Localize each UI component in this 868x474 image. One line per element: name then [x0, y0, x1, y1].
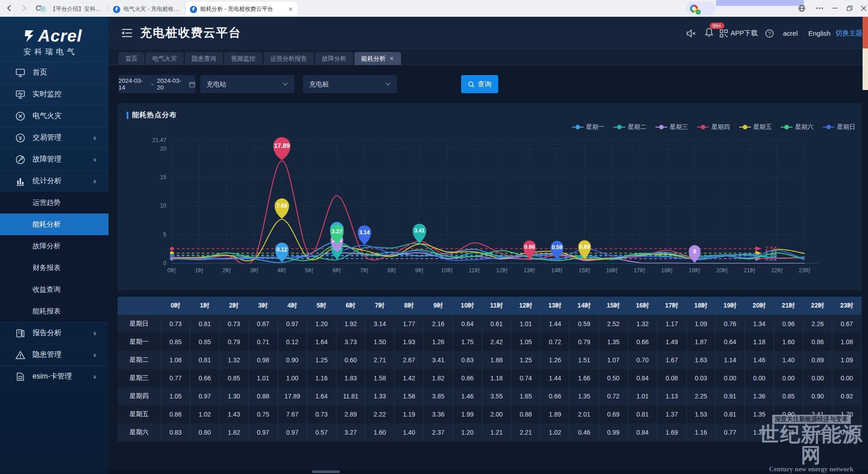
window-restore-icon[interactable] — [843, 3, 856, 14]
table-cell: 1.19 — [395, 405, 424, 423]
browser-menu-icon[interactable] — [813, 3, 826, 14]
page-tab-视频监控[interactable]: 视频监控 — [224, 52, 262, 65]
browser-tab[interactable]: 能耗分析 - 充电桩收费云平台✕ — [185, 2, 297, 17]
svg-text:0.12: 0.12 — [277, 246, 288, 253]
browser-tab[interactable]: 【平台介绍】安科瑞AcrelCloud-9 — [35, 2, 108, 17]
browser-extension-pill[interactable] — [686, 1, 716, 15]
table-col-header: 8时 — [395, 297, 424, 315]
notification-bell[interactable]: 99+ — [704, 17, 714, 50]
globe-icon[interactable] — [795, 3, 808, 14]
table-cell: 0.97 — [278, 423, 307, 441]
browser-tab[interactable]: 电气火灾 - 充电桩收费云平台 — [108, 2, 184, 17]
legend-item-星期一[interactable]: 星期一 — [572, 123, 605, 131]
sidebar-item-1[interactable]: 首页 — [0, 62, 108, 83]
sidebar-item-6[interactable]: 统计分析∧ — [0, 170, 108, 192]
browser-forward-icon[interactable] — [18, 2, 30, 14]
svg-text:7时: 7时 — [360, 267, 368, 274]
svg-text:?: ? — [768, 31, 771, 36]
sidebar-subitem-能耗分析[interactable]: 能耗分析 — [0, 213, 108, 235]
theme-toggle-link[interactable]: 切换主题 — [835, 17, 863, 50]
table-col-header: 23时 — [832, 297, 862, 315]
table-cell: 7.67 — [278, 405, 307, 423]
browser-back-icon[interactable] — [4, 2, 15, 14]
table-cell: 2.71 — [365, 351, 395, 369]
menu-fold-icon[interactable] — [121, 28, 133, 38]
mute-icon[interactable] — [686, 17, 696, 50]
sidebar-item-8[interactable]: 隐患管理∨ — [0, 344, 108, 365]
sidebar-item-2[interactable]: 实时监控 — [0, 83, 108, 105]
table-cell: 1.01 — [249, 369, 278, 387]
vertical-scrollbar-thumb[interactable] — [863, 48, 868, 90]
table-cell: 1.37 — [657, 405, 687, 423]
legend-item-星期六[interactable]: 星期六 — [781, 123, 814, 131]
legend-item-星期五[interactable]: 星期五 — [739, 123, 772, 131]
page-tab-label: 电气火灾 — [152, 55, 177, 63]
svg-text:0.66: 0.66 — [524, 244, 535, 250]
sidebar-item-9[interactable]: esim-卡管理∨ — [0, 365, 108, 387]
sidebar-item-5[interactable]: 故障管理∨ — [0, 148, 108, 170]
svg-text:6时: 6时 — [332, 267, 341, 274]
table-cell: 0.90 — [278, 351, 307, 369]
sidebar-subitem-财务报表[interactable]: 财务报表 — [0, 257, 108, 279]
page-tab-运营分析报告[interactable]: 运营分析报告 — [264, 52, 314, 65]
marker-pin-星期四-17.89: 17.89 — [273, 137, 290, 160]
table-cell: 3.73 — [336, 333, 365, 351]
legend-item-星期四[interactable]: 星期四 — [697, 123, 730, 131]
window-minimize-icon[interactable] — [828, 3, 842, 14]
page-tab-电气火灾[interactable]: 电气火灾 — [146, 52, 184, 65]
sidebar-subitem-能耗报表[interactable]: 能耗报表 — [0, 300, 108, 322]
marker-pin-星期日-0.59: 0.59 — [551, 241, 563, 260]
table-cell: 0.85 — [219, 369, 249, 387]
chevron-down-icon: ∨ — [93, 156, 97, 163]
query-button[interactable]: 查询 — [461, 75, 498, 93]
table-cell: 0.00 — [774, 369, 803, 387]
table-col-header: 0时 — [161, 297, 190, 315]
legend-item-星期三[interactable]: 星期三 — [656, 123, 689, 131]
table-cell: 1.64 — [307, 387, 336, 405]
table-cell: 0.70 — [628, 351, 657, 369]
table-cell: 0.87 — [249, 315, 278, 333]
sidebar-subitem-故障分析[interactable]: 故障分析 — [0, 235, 108, 257]
table-cell: 0.97 — [190, 387, 220, 405]
svg-text:3.27: 3.27 — [332, 228, 343, 235]
station-select[interactable]: 充电站 — [200, 75, 294, 93]
page-tab-首页[interactable]: 首页 — [118, 52, 144, 65]
page-tab-隐患查询[interactable]: 隐患查询 — [185, 52, 223, 65]
legend-marker — [781, 125, 793, 129]
window-close-icon[interactable] — [857, 3, 868, 14]
table-cell: 0.99 — [599, 423, 628, 441]
table-cell: 2.25 — [686, 387, 716, 405]
sidebar-item-7[interactable]: 报告分析∨ — [0, 322, 108, 344]
legend-item-星期日[interactable]: 星期日 — [823, 123, 856, 131]
table-cell: 0.81 — [190, 351, 220, 369]
page-tab-label: 隐患查询 — [192, 55, 216, 63]
table-cell: 1.40 — [395, 423, 424, 441]
date-range-picker[interactable]: 2024-03-14 ~ 2024-03-20 — [118, 75, 195, 93]
svg-text:13时: 13时 — [524, 267, 535, 274]
sidebar-subitem-收益查询[interactable]: 收益查询 — [0, 279, 108, 300]
username[interactable]: acrel — [783, 17, 798, 50]
legend-marker — [823, 125, 835, 129]
table-cell: 1.70 — [832, 405, 862, 423]
tab-close-icon[interactable]: ✕ — [288, 6, 293, 13]
sidebar-item-4[interactable]: ¥交易管理∨ — [0, 127, 108, 148]
legend-item-星期二[interactable]: 星期二 — [613, 123, 646, 131]
svg-text:20: 20 — [160, 146, 166, 152]
tab-close-icon[interactable]: ✕ — [389, 55, 394, 62]
sidebar-subitem-运营趋势[interactable]: 运营趋势 — [0, 192, 108, 213]
table-cell: 0.98 — [249, 351, 278, 369]
horizontal-scrollbar-thumb[interactable] — [312, 470, 340, 473]
pile-select[interactable]: 充电桩 — [303, 75, 397, 93]
help-icon[interactable]: ? — [765, 17, 774, 50]
page-tab-故障分析[interactable]: 故障分析 — [315, 52, 353, 65]
table-col-header: 2时 — [219, 297, 249, 315]
page-tab-能耗分析[interactable]: 能耗分析✕ — [354, 52, 401, 65]
language-toggle[interactable]: English — [808, 17, 830, 50]
sidebar-item-3[interactable]: 电气火灾 — [0, 105, 108, 127]
table-cell: 2.42 — [482, 333, 511, 351]
table-cell: 1.35 — [599, 333, 628, 351]
table-cell: 0.72 — [599, 387, 628, 405]
table-col-header: 4时 — [278, 297, 307, 315]
app-download-link[interactable]: APP下载 — [720, 17, 758, 50]
table-col-header: 20时 — [745, 297, 774, 315]
